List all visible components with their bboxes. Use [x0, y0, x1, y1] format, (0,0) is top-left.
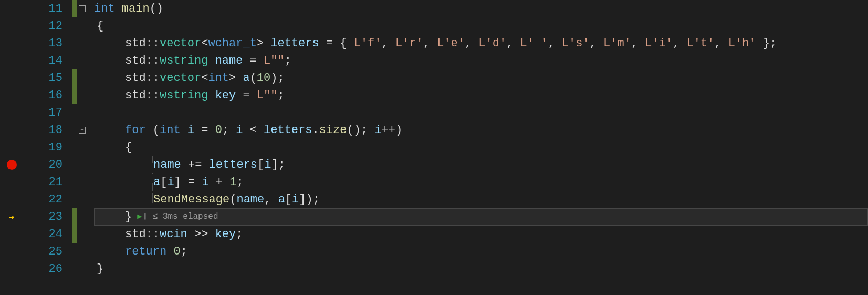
code-line[interactable]: [94, 104, 868, 121]
line-number: 20: [24, 156, 62, 174]
perftip-bar-icon: ❙: [143, 208, 147, 226]
run-to-click-icon[interactable]: ▶: [137, 208, 142, 226]
fold-toggle-icon[interactable]: −: [79, 127, 86, 134]
code-text-area[interactable]: int main() { std::vector<wchar_t> letter…: [94, 0, 868, 295]
breakpoint-margin[interactable]: ➔: [0, 0, 24, 295]
current-statement-arrow-icon: ➔: [9, 211, 15, 223]
perftip[interactable]: ▶❙≤ 3ms elapsed: [137, 208, 218, 226]
code-line[interactable]: int main(): [94, 0, 868, 17]
code-line-current[interactable]: }▶❙≤ 3ms elapsed: [94, 208, 868, 226]
line-number: 26: [24, 260, 62, 278]
change-marker: [72, 226, 77, 243]
code-line[interactable]: std::wstring name = L"";: [94, 52, 868, 69]
fold-toggle-icon[interactable]: −: [79, 5, 86, 12]
code-line[interactable]: name += letters[i];: [94, 156, 868, 174]
line-number: 12: [24, 17, 62, 35]
line-number: 22: [24, 191, 62, 208]
breakpoint-icon[interactable]: [7, 160, 17, 170]
code-line[interactable]: std::vector<wchar_t> letters = { L'f', L…: [94, 35, 868, 52]
line-number: 11: [24, 0, 62, 17]
line-number: 18: [24, 121, 62, 139]
code-line[interactable]: {: [94, 139, 868, 156]
code-line[interactable]: std::wcin >> key;: [94, 226, 868, 243]
line-number: 19: [24, 139, 62, 156]
code-line[interactable]: for (int i = 0; i < letters.size(); i++): [94, 121, 868, 139]
change-marker: [72, 0, 77, 17]
line-number: 14: [24, 52, 62, 69]
code-line[interactable]: a[i] = i + 1;: [94, 174, 868, 191]
line-number: 21: [24, 174, 62, 191]
line-number: 24: [24, 226, 62, 243]
line-number: 17: [24, 104, 62, 121]
code-line[interactable]: SendMessage(name, a[i]);: [94, 191, 868, 208]
outlining-margin[interactable]: − −: [78, 0, 94, 295]
line-number: 23: [24, 208, 62, 226]
outline-line: [82, 12, 82, 278]
line-number: 13: [24, 35, 62, 52]
code-line[interactable]: std::wstring key = L"";: [94, 87, 868, 104]
line-number: 15: [24, 69, 62, 87]
code-line[interactable]: {: [94, 17, 868, 35]
code-line[interactable]: std::vector<int> a(10);: [94, 69, 868, 87]
line-number-margin: 11 12 13 14 15 16 17 18 19 20 21 22 23 2…: [24, 0, 71, 295]
code-line[interactable]: }: [94, 260, 868, 278]
change-margin: [71, 0, 78, 295]
line-number: 25: [24, 243, 62, 260]
line-number: 16: [24, 87, 62, 104]
change-marker: [72, 208, 77, 226]
change-marker: [72, 69, 77, 87]
code-editor[interactable]: ➔ 11 12 13 14 15 16 17 18 19 20 21 22 23…: [0, 0, 868, 295]
change-marker: [72, 87, 77, 104]
perftip-label[interactable]: ≤ 3ms elapsed: [153, 208, 218, 226]
code-line[interactable]: return 0;: [94, 243, 868, 260]
